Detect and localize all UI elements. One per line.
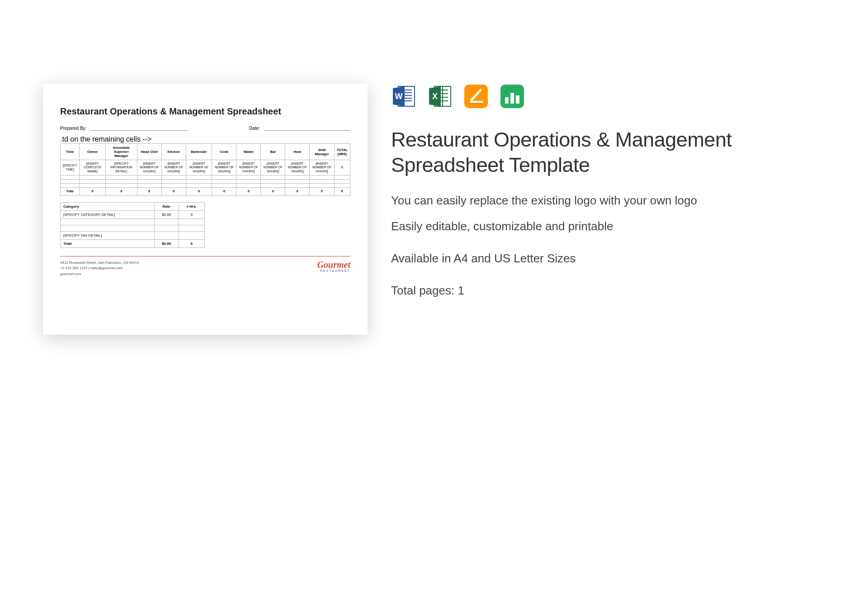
th-superior: Immediate Superior/ Manager — [105, 144, 137, 160]
total-cell: 0 — [334, 188, 350, 195]
th-time: Time — [61, 144, 80, 160]
date-line — [264, 126, 350, 131]
svg-text:X: X — [432, 92, 438, 101]
sub-th-rate: Rate — [154, 202, 179, 210]
footer-contact: +1 415 359 1127 | hello@gourmet.com — [60, 266, 139, 271]
brand-name: Gourmet — [317, 260, 350, 269]
svg-rect-20 — [510, 93, 514, 104]
sub-cell: 0 — [179, 210, 204, 218]
svg-text:W: W — [395, 92, 403, 101]
numbers-icon — [500, 84, 525, 109]
svg-rect-19 — [505, 97, 509, 104]
cell: [INSERT NUMBER OF HOURS] — [285, 160, 310, 176]
th-shift: Shift Manager — [310, 144, 334, 160]
th-owner: Owner — [80, 144, 106, 160]
header-row: Time Owner Immediate Superior/ Manager H… — [61, 144, 350, 160]
sub-th-category: Category — [61, 202, 155, 210]
cell: 0 — [334, 160, 350, 176]
svg-rect-17 — [470, 101, 483, 103]
cell: [INSERT NUMBER OF HOURS] — [161, 160, 186, 176]
sub-total-label: Total — [61, 239, 155, 247]
side-desc-2: Easily editable, customizable and printa… — [391, 218, 766, 234]
cell: [INSERT NUMBER OF HOURS] — [261, 160, 285, 176]
cell: [SPECIFY INFORMATION DETAIL] — [105, 160, 137, 176]
side-panel: W X Restaurant Operations & Management S… — [391, 84, 766, 335]
th-bartender: Bartender — [186, 144, 212, 160]
sub-total-rate: $0.00 — [154, 239, 179, 247]
sub-tax: [SPECIFY TAX DETAIL] — [61, 231, 155, 239]
empty-row — [61, 180, 350, 184]
th-waiter: Waiter — [236, 144, 261, 160]
pages-icon — [463, 84, 489, 109]
sub-cell: $0.00 — [154, 210, 179, 218]
total-cell: 0 — [261, 188, 285, 195]
cell: [INSERT NUMBER OF HOURS] — [212, 160, 236, 176]
side-desc-1: You can easily replace the existing logo… — [391, 193, 766, 209]
cell: [INSERT NUMBER OF HOURS] — [137, 160, 161, 176]
total-cell: 0 — [310, 188, 334, 195]
meta-row: Prepared By: Date: — [60, 126, 350, 131]
th-bar: Bar — [261, 144, 285, 160]
total-cell: 0 — [137, 188, 161, 195]
th-cook: Cook — [212, 144, 236, 160]
cell: [SPECIFY TIME] — [61, 160, 80, 176]
side-desc-3: Available in A4 and US Letter Sizes — [391, 251, 766, 266]
total-cell: 0 — [212, 188, 236, 195]
th-headchef: Head Chef — [137, 144, 161, 160]
totals-row: Total 0 0 0 0 0 0 0 0 0 0 0 — [61, 188, 350, 195]
main-table: Time Owner Immediate Superior/ Manager H… — [60, 143, 350, 196]
sub-table: Category Rate # Hrs. [SPECIFY CATEGORY D… — [60, 202, 205, 248]
doc-title: Restaurant Operations & Management Sprea… — [60, 106, 350, 117]
doc-footer: 4412 Roosevelt Street, San Francisco, CA… — [60, 256, 350, 277]
excel-icon: X — [427, 84, 453, 109]
total-cell: 0 — [186, 188, 212, 195]
word-icon: W — [391, 84, 416, 109]
total-cell: 0 — [285, 188, 310, 195]
footer-website: gourmet.com — [60, 271, 139, 277]
empty-row — [61, 184, 350, 188]
side-title: Restaurant Operations & Management Sprea… — [391, 127, 766, 178]
empty-row — [61, 176, 350, 180]
total-cell: 0 — [80, 188, 106, 195]
footer-address: 4412 Roosevelt Street, San Francisco, CA… — [60, 260, 139, 266]
total-cell: 0 — [161, 188, 186, 195]
th-total: TOTAL (HRS) — [334, 144, 350, 160]
format-icons: W X — [391, 84, 766, 109]
total-cell: 0 — [236, 188, 261, 195]
cell: [INSERT COMPLETE NAME] — [80, 160, 106, 176]
date-label: Date: — [249, 126, 260, 131]
sub-th-hrs: # Hrs. — [179, 202, 204, 210]
prepared-by-label: Prepared By: — [60, 126, 86, 131]
th-kitchen: Kitchen — [161, 144, 186, 160]
cell: [INSERT NUMBER OF HOURS] — [186, 160, 212, 176]
side-desc-4: Total pages: 1 — [391, 283, 766, 299]
cell: [INSERT NUMBER OF HOURS] — [310, 160, 334, 176]
svg-rect-21 — [516, 95, 519, 104]
th-host: Host — [285, 144, 310, 160]
brand-sub: RESTAURANT — [317, 269, 350, 272]
total-cell: 0 — [105, 188, 137, 195]
document-preview: Restaurant Operations & Management Sprea… — [43, 84, 368, 335]
cell: [INSERT NUMBER OF HOURS] — [236, 160, 261, 176]
total-label: Total — [61, 188, 80, 195]
sub-cell: [SPECIFY CATEGORY DETAIL] — [61, 210, 155, 218]
prepared-by-line — [91, 126, 188, 131]
data-row: [SPECIFY TIME] [INSERT COMPLETE NAME] [S… — [61, 160, 350, 176]
sub-total-hrs: 0 — [179, 239, 204, 247]
